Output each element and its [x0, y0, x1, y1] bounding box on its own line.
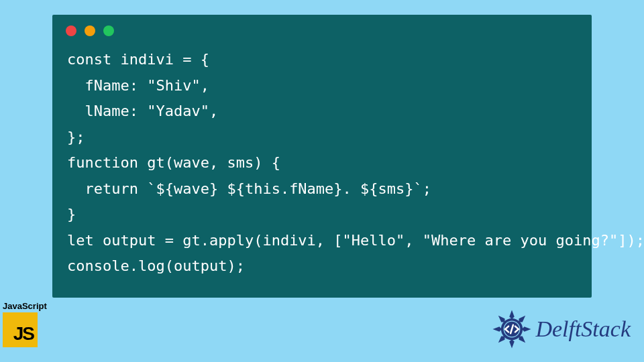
javascript-label: JavaScript	[3, 301, 47, 311]
code-window: const indivi = { fName: "Shiv", lName: "…	[52, 15, 592, 298]
minimize-icon[interactable]	[85, 25, 95, 36]
brand-logo: DelftStack	[491, 308, 631, 350]
code-block: const indivi = { fName: "Shiv", lName: "…	[52, 42, 592, 280]
close-icon[interactable]	[66, 25, 76, 36]
javascript-badge: JavaScript JS	[3, 301, 47, 347]
gear-code-icon	[491, 308, 533, 350]
javascript-logo-icon: JS	[3, 312, 38, 347]
window-controls	[52, 15, 592, 42]
javascript-logo-text: JS	[13, 323, 34, 345]
brand-name: DelftStack	[535, 316, 631, 342]
maximize-icon[interactable]	[103, 25, 114, 36]
